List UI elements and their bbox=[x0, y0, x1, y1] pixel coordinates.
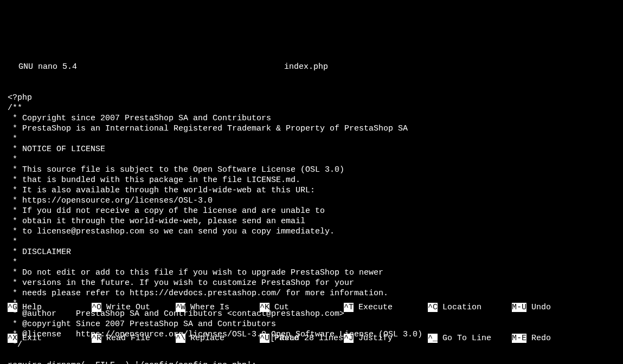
shortcut-label: Read File bbox=[101, 334, 150, 343]
shortcut-item: M-U Undo bbox=[512, 302, 596, 313]
shortcut-item: M-E Redo bbox=[512, 333, 596, 343]
shortcut-row-2: ^X Exit^R Read File^\ Replace^U Paste^J … bbox=[8, 333, 615, 343]
shortcut-label: Redo bbox=[526, 334, 551, 343]
shortcut-item: ^T Execute bbox=[344, 302, 428, 313]
shortcut-item: ^R Read File bbox=[92, 333, 176, 343]
shortcut-key: ^\ bbox=[176, 334, 185, 343]
shortcut-item: ^G Help bbox=[8, 302, 92, 313]
shortcut-key: ^X bbox=[8, 334, 17, 343]
shortcut-key: ^R bbox=[92, 334, 101, 343]
shortcut-key: ^O bbox=[92, 303, 101, 312]
shortcut-label: Justify bbox=[354, 334, 393, 343]
shortcut-item: ^O Write Out bbox=[92, 302, 176, 313]
shortcut-key: ^K bbox=[260, 303, 269, 312]
shortcut-item: ^_ Go To Line bbox=[428, 333, 512, 343]
editor-name: GNU nano 5.4 bbox=[8, 62, 77, 72]
shortcut-label: Cut bbox=[269, 303, 289, 312]
shortcut-label: Write Out bbox=[101, 303, 150, 312]
editor-header: GNU nano 5.4 index.php bbox=[8, 62, 615, 72]
shortcut-item: ^U Paste bbox=[260, 333, 344, 343]
terminal-window[interactable]: GNU nano 5.4 index.php <?php /** * Copyr… bbox=[0, 41, 623, 364]
shortcut-item: ^K Cut bbox=[260, 302, 344, 313]
shortcut-item: ^X Exit bbox=[8, 333, 92, 343]
shortcut-key: ^U bbox=[260, 334, 269, 343]
shortcut-bar: ^G Help^O Write Out^W Where Is^K Cut^T E… bbox=[8, 282, 615, 364]
shortcut-label: Undo bbox=[526, 303, 551, 312]
shortcut-key: ^J bbox=[344, 334, 354, 343]
shortcut-key: ^W bbox=[176, 303, 185, 312]
shortcut-label: Help bbox=[17, 303, 42, 312]
shortcut-label: Replace bbox=[185, 334, 224, 343]
shortcut-label: Location bbox=[438, 303, 481, 312]
shortcut-item: ^C Location bbox=[428, 302, 512, 313]
shortcut-key: M-E bbox=[512, 334, 526, 343]
shortcut-key: ^G bbox=[8, 303, 17, 312]
shortcut-item: ^\ Replace bbox=[176, 333, 260, 343]
shortcut-key: ^_ bbox=[428, 334, 438, 343]
shortcut-label: Where Is bbox=[185, 303, 229, 312]
shortcut-item: ^J Justify bbox=[344, 333, 428, 343]
filename: index.php bbox=[284, 62, 328, 72]
shortcut-key: M-U bbox=[512, 303, 526, 312]
shortcut-label: Execute bbox=[354, 303, 393, 312]
shortcut-item: ^W Where Is bbox=[176, 302, 260, 313]
shortcut-key: ^T bbox=[344, 303, 354, 312]
shortcut-label: Exit bbox=[17, 334, 42, 343]
shortcut-label: Paste bbox=[269, 334, 299, 343]
shortcut-row-1: ^G Help^O Write Out^W Where Is^K Cut^T E… bbox=[8, 302, 615, 313]
shortcut-key: ^C bbox=[428, 303, 438, 312]
shortcut-label: Go To Line bbox=[438, 334, 491, 343]
